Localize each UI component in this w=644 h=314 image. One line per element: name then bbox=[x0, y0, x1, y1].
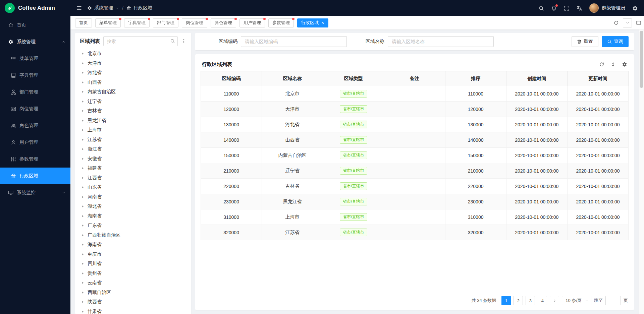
tree-item[interactable]: 浙江省 bbox=[80, 144, 186, 154]
tree-item[interactable]: 陕西省 bbox=[80, 297, 186, 307]
caret-right-icon[interactable] bbox=[81, 71, 85, 74]
page-button[interactable]: 4 bbox=[538, 296, 547, 305]
tree-item[interactable]: 安徽省 bbox=[80, 154, 186, 164]
breadcrumb-page[interactable]: 行政区域 bbox=[133, 5, 152, 11]
sidebar-group-system-management[interactable]: 系统管理 bbox=[0, 34, 70, 50]
refresh-icon[interactable] bbox=[613, 20, 619, 25]
caret-right-icon[interactable] bbox=[81, 281, 85, 285]
tree-item[interactable]: 海南省 bbox=[80, 240, 186, 250]
tree-item[interactable]: 广东省 bbox=[80, 221, 186, 231]
tree-item[interactable]: 湖北省 bbox=[80, 202, 186, 211]
tree-item[interactable]: 黑龙江省 bbox=[80, 116, 186, 126]
gear-icon[interactable] bbox=[622, 62, 627, 67]
caret-right-icon[interactable] bbox=[81, 176, 85, 180]
table-row[interactable]: 310000 上海市 省市/直辖市 310000 2020-10-01 00:0… bbox=[201, 209, 629, 225]
column-header[interactable]: 区域名称 bbox=[262, 71, 323, 86]
caret-right-icon[interactable] bbox=[81, 300, 85, 304]
layout-toggle-icon[interactable] bbox=[636, 20, 641, 25]
caret-right-icon[interactable] bbox=[81, 100, 85, 103]
caret-right-icon[interactable] bbox=[81, 109, 85, 113]
column-header[interactable]: 排序 bbox=[445, 71, 506, 86]
tree-item[interactable]: 四川省 bbox=[80, 259, 186, 269]
tree-item[interactable]: 山西省 bbox=[80, 78, 186, 87]
region-name-input[interactable] bbox=[388, 36, 494, 47]
caret-right-icon[interactable] bbox=[81, 272, 85, 275]
tree-item[interactable]: 福建省 bbox=[80, 164, 186, 173]
search-button[interactable]: 查询 bbox=[602, 36, 629, 47]
page-button[interactable]: 1 bbox=[501, 296, 511, 305]
caret-right-icon[interactable] bbox=[81, 214, 85, 218]
tree-item[interactable]: 山东省 bbox=[80, 183, 186, 192]
column-header[interactable]: 更新时间 bbox=[567, 71, 628, 86]
caret-right-icon[interactable] bbox=[81, 262, 85, 265]
settings-icon[interactable] bbox=[632, 5, 638, 11]
notifications-button[interactable] bbox=[551, 5, 557, 11]
caret-right-icon[interactable] bbox=[81, 138, 85, 141]
caret-right-icon[interactable] bbox=[81, 90, 85, 93]
tab[interactable]: 字典管理 bbox=[124, 18, 150, 27]
tab[interactable]: 参数管理 bbox=[268, 18, 294, 27]
breadcrumb-section[interactable]: 系统管理 bbox=[94, 5, 113, 11]
caret-right-icon[interactable] bbox=[81, 167, 85, 170]
tree-item[interactable]: 重庆市 bbox=[80, 250, 186, 259]
tab[interactable]: 角色管理 bbox=[211, 18, 236, 27]
caret-right-icon[interactable] bbox=[81, 81, 85, 84]
sidebar-item-user-management[interactable]: 用户管理 bbox=[0, 134, 70, 151]
tree-item[interactable]: 辽宁省 bbox=[80, 97, 186, 107]
search-icon[interactable] bbox=[538, 5, 544, 11]
page-button[interactable]: 2 bbox=[514, 296, 523, 305]
tab[interactable]: 首页 bbox=[75, 18, 92, 27]
caret-right-icon[interactable] bbox=[81, 253, 85, 256]
table-row[interactable]: 140000 山西省 省市/直辖市 140000 2020-10-01 00:0… bbox=[201, 132, 629, 148]
jump-page-input[interactable] bbox=[605, 296, 621, 305]
page-size-select[interactable]: 10 条/页 bbox=[562, 296, 591, 305]
refresh-icon[interactable] bbox=[599, 62, 604, 67]
tree-item[interactable]: 河南省 bbox=[80, 192, 186, 202]
translate-icon[interactable] bbox=[577, 5, 582, 11]
table-row[interactable]: 230000 黑龙江省 省市/直辖市 230000 2020-10-01 00:… bbox=[201, 194, 629, 209]
caret-right-icon[interactable] bbox=[81, 186, 85, 189]
sidebar-item-post-management[interactable]: 岗位管理 bbox=[0, 101, 70, 117]
tree-search-input[interactable] bbox=[103, 36, 178, 46]
tab[interactable]: 用户管理 bbox=[239, 18, 265, 27]
column-header[interactable]: 创建时间 bbox=[506, 71, 567, 86]
caret-right-icon[interactable] bbox=[81, 147, 85, 151]
tab-close-icon[interactable] bbox=[321, 21, 324, 24]
table-row[interactable]: 120000 天津市 省市/直辖市 120000 2020-10-01 00:0… bbox=[201, 102, 629, 117]
caret-right-icon[interactable] bbox=[81, 205, 85, 208]
sidebar-item-department-management[interactable]: 部门管理 bbox=[0, 84, 70, 101]
tree-item[interactable]: 甘肃省 bbox=[80, 307, 186, 314]
caret-right-icon[interactable] bbox=[81, 128, 85, 132]
table-row[interactable]: 150000 内蒙古自治区 省市/直辖市 150000 2020-10-01 0… bbox=[201, 148, 629, 163]
tree-item[interactable]: 云南省 bbox=[80, 278, 186, 288]
tree-item[interactable]: 天津市 bbox=[80, 59, 186, 68]
tab[interactable]: 菜单管理 bbox=[95, 18, 121, 27]
caret-right-icon[interactable] bbox=[81, 243, 85, 246]
tab[interactable]: 部门管理 bbox=[153, 18, 178, 27]
sidebar-item-menu-management[interactable]: 菜单管理 bbox=[0, 50, 70, 67]
table-row[interactable]: 210000 辽宁省 省市/直辖市 210000 2020-10-01 00:0… bbox=[201, 163, 629, 179]
search-icon[interactable] bbox=[170, 39, 175, 44]
column-header[interactable]: 区域类型 bbox=[323, 71, 384, 86]
sidebar-group-system-monitor[interactable]: 系统监控 bbox=[0, 184, 70, 201]
column-header[interactable]: 备注 bbox=[384, 71, 445, 86]
column-height-icon[interactable] bbox=[610, 62, 616, 67]
scrollbar-thumb[interactable] bbox=[640, 31, 643, 88]
table-row[interactable]: 130000 河北省 省市/直辖市 130000 2020-10-01 00:0… bbox=[201, 117, 629, 132]
tab[interactable]: 岗位管理 bbox=[182, 18, 207, 27]
caret-right-icon[interactable] bbox=[81, 62, 85, 65]
tree-item[interactable]: 上海市 bbox=[80, 125, 186, 135]
sidebar-item-home[interactable]: 首页 bbox=[0, 17, 70, 34]
tree-item[interactable]: 吉林省 bbox=[80, 106, 186, 116]
table-row[interactable]: 220000 吉林省 省市/直辖市 220000 2020-10-01 00:0… bbox=[201, 179, 629, 194]
caret-right-icon[interactable] bbox=[81, 195, 85, 199]
caret-right-icon[interactable] bbox=[81, 224, 85, 227]
sidebar-item-parameter-management[interactable]: 参数管理 bbox=[0, 151, 70, 168]
tab[interactable]: 行政区域 bbox=[297, 18, 328, 27]
caret-right-icon[interactable] bbox=[81, 291, 85, 294]
next-page-button[interactable] bbox=[550, 296, 559, 305]
tree-item[interactable]: 北京市 bbox=[80, 49, 186, 59]
caret-right-icon[interactable] bbox=[81, 119, 85, 122]
tree-item[interactable]: 广西壮族自治区 bbox=[80, 231, 186, 240]
caret-right-icon[interactable] bbox=[81, 310, 85, 313]
